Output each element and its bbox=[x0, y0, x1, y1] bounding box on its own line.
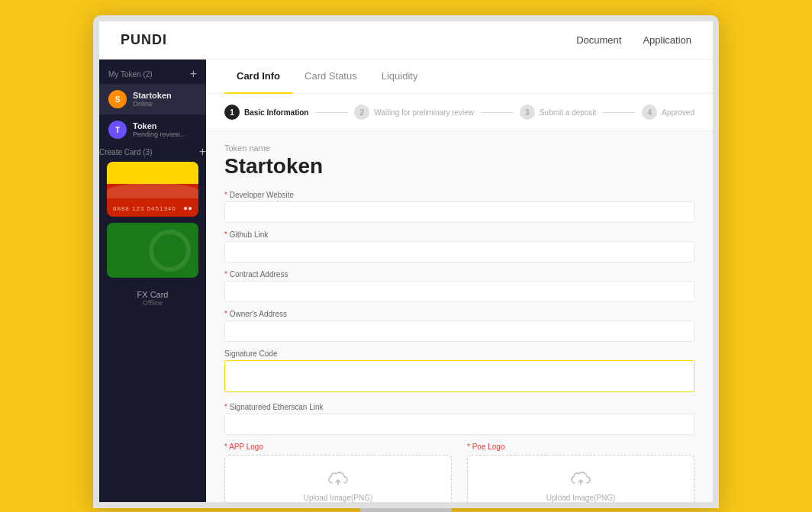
sidebar-item-startoken[interactable]: S Startoken Online bbox=[99, 84, 206, 114]
step-1: 1 Basic Information bbox=[224, 105, 308, 120]
field-developer-website: * Developer Website bbox=[224, 191, 694, 223]
avatar-startoken: S bbox=[108, 90, 127, 108]
upload-poe-cloud-icon bbox=[570, 469, 591, 491]
upload-app-text: Upload Image(PNG) bbox=[304, 494, 373, 502]
sidebar-item-token[interactable]: T Token Pending review... bbox=[99, 114, 206, 145]
tab-card-status[interactable]: Card Status bbox=[292, 60, 369, 94]
sidebar: My Token (2) + S Startoken Online T Toke… bbox=[99, 60, 206, 502]
input-owners-address[interactable] bbox=[224, 320, 694, 342]
label-github-link: * Github Link bbox=[224, 230, 694, 239]
laptop-notch bbox=[360, 508, 452, 512]
step-4: 4 Approved bbox=[642, 105, 694, 120]
field-signed-etherscan: * Signatureed Etherscan Link bbox=[224, 403, 694, 435]
upload-cloud-icon bbox=[327, 469, 349, 491]
label-signature-code: Signature Code bbox=[224, 349, 694, 358]
step-connector-1 bbox=[314, 112, 348, 113]
step-connector-3 bbox=[602, 112, 636, 113]
nav-document[interactable]: Document bbox=[576, 34, 621, 46]
step-label-3: Submit a deposit bbox=[540, 108, 597, 117]
main-layout: My Token (2) + S Startoken Online T Toke… bbox=[99, 60, 713, 502]
content-area: Card Info Card Status Liquidity 1 Basic … bbox=[206, 60, 713, 502]
upload-poe-logo-section: * Poe Logo Upload Image(PNG) bbox=[467, 443, 694, 502]
avatar-token: T bbox=[108, 121, 127, 139]
step-label-4: Approved bbox=[662, 108, 694, 117]
step-circle-3: 3 bbox=[520, 105, 535, 120]
input-signed-etherscan[interactable] bbox=[224, 414, 694, 435]
card-circle-decoration bbox=[149, 230, 191, 272]
label-owners-address: * Owner's Address bbox=[224, 310, 694, 318]
input-developer-website[interactable] bbox=[224, 201, 694, 223]
step-circle-2: 2 bbox=[354, 105, 369, 120]
field-owners-address: * Owner's Address bbox=[224, 310, 694, 342]
input-github-link[interactable] bbox=[224, 241, 694, 262]
upload-poe-area[interactable]: Upload Image(PNG) bbox=[467, 455, 694, 502]
upload-app-label: * APP Logo bbox=[224, 443, 452, 451]
form-area: Token name Startoken * Developer Website… bbox=[206, 131, 713, 502]
textarea-signature-code[interactable] bbox=[224, 360, 694, 392]
field-contract-address: * Contract Address bbox=[224, 270, 694, 302]
card-green[interactable] bbox=[107, 223, 198, 278]
field-github-link: * Github Link bbox=[224, 230, 694, 262]
add-token-button[interactable]: + bbox=[190, 67, 197, 81]
label-developer-website: * Developer Website bbox=[224, 191, 694, 199]
upload-poe-text: Upload Image(PNG) bbox=[546, 494, 616, 502]
step-label-1: Basic Information bbox=[244, 108, 308, 117]
brand-logo: PUNDI bbox=[121, 32, 167, 48]
step-circle-4: 4 bbox=[642, 105, 657, 120]
token-name-label: Token name bbox=[224, 143, 694, 153]
upload-app-logo-section: * APP Logo Upload Image(PNG) bbox=[224, 443, 452, 502]
step-label-2: Waiting for preliminary review bbox=[374, 108, 474, 117]
nav-application[interactable]: Application bbox=[643, 34, 691, 46]
token-name-value: Startoken bbox=[224, 154, 694, 179]
label-signed-etherscan: * Signatureed Etherscan Link bbox=[224, 403, 694, 411]
upload-app-area[interactable]: Upload Image(PNG) bbox=[224, 455, 452, 502]
label-contract-address: * Contract Address bbox=[224, 270, 694, 279]
upload-poe-label: * Poe Logo bbox=[467, 443, 694, 451]
step-3: 3 Submit a deposit bbox=[520, 105, 597, 120]
card-yellow-red[interactable]: 8888 123 5451340 ●● bbox=[107, 162, 198, 217]
nav-links: Document Application bbox=[576, 34, 691, 46]
field-signature-code: Signature Code bbox=[224, 349, 694, 395]
stepper: 1 Basic Information 2 Waiting for prelim… bbox=[206, 94, 713, 131]
upload-section: * APP Logo Upload Image(PNG) bbox=[224, 443, 694, 502]
step-2: 2 Waiting for preliminary review bbox=[354, 105, 474, 120]
card-brand-mark: ●● bbox=[183, 204, 192, 212]
content-tabs: Card Info Card Status Liquidity bbox=[206, 60, 713, 94]
my-token-section: My Token (2) + bbox=[99, 60, 206, 84]
create-card-section: Create Card (3) + bbox=[99, 145, 206, 159]
step-circle-1: 1 bbox=[224, 105, 240, 120]
top-nav: PUNDI Document Application bbox=[99, 21, 713, 60]
tab-liquidity[interactable]: Liquidity bbox=[369, 60, 430, 94]
step-connector-2 bbox=[480, 112, 514, 113]
add-card-button[interactable]: + bbox=[199, 145, 206, 159]
tab-card-info[interactable]: Card Info bbox=[224, 60, 292, 94]
fx-card-item[interactable]: FX Card Offline bbox=[99, 281, 206, 316]
card-wave-decoration bbox=[107, 183, 198, 198]
input-contract-address[interactable] bbox=[224, 281, 694, 302]
card-number: 8888 123 5451340 bbox=[113, 205, 176, 212]
